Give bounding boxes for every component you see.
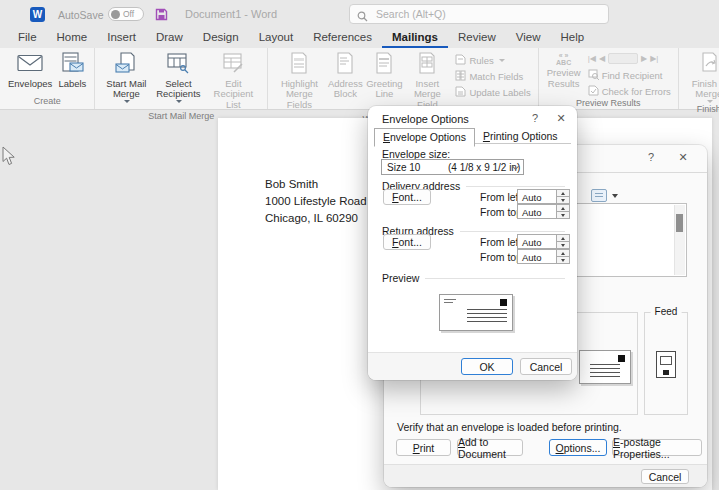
feed-orientation-icon[interactable] — [656, 351, 676, 378]
address-book-icon[interactable] — [591, 189, 607, 202]
dropdown-caret-icon — [124, 100, 130, 103]
previous-record-icon[interactable]: ◀ — [599, 54, 605, 63]
print-button-label: Print — [413, 442, 435, 454]
return-from-left-value: Auto — [518, 235, 556, 248]
dropdown-caret-icon — [707, 100, 713, 103]
save-icon[interactable] — [155, 7, 168, 25]
address-book-caret-icon[interactable] — [612, 194, 618, 198]
group-label-finish: Finish — [682, 104, 719, 117]
ribbon: Envelopes Labels Create Start Mail Mer — [0, 48, 719, 110]
title-bar: W AutoSave Off Document1 - Word — [0, 0, 719, 28]
delivery-from-left-value: Auto — [518, 190, 556, 203]
greeting-line-button[interactable]: Greeting Line — [365, 51, 403, 101]
dialog-title: Envelope Options — [382, 113, 469, 125]
tab-printing-options[interactable]: Printing Options — [475, 128, 566, 147]
tab-draw[interactable]: Draw — [146, 28, 193, 48]
envelope-preview-image — [579, 350, 631, 384]
next-record-icon[interactable]: ▶ — [641, 54, 647, 63]
preview-results-button[interactable]: « »ABC Preview Results — [544, 51, 584, 90]
add-to-document-button[interactable]: Add to Document — [457, 439, 523, 456]
return-font-button[interactable]: Font... — [383, 234, 431, 250]
spinner-down-icon[interactable] — [557, 241, 569, 248]
start-mail-merge-button[interactable]: Start Mail Merge — [100, 51, 152, 104]
envelopes-button[interactable]: Envelopes — [5, 51, 55, 90]
scrollbar-thumb[interactable] — [676, 214, 683, 232]
delivery-from-left-spinner[interactable]: Auto — [517, 189, 570, 204]
dialog-footer: OK Cancel — [368, 352, 577, 380]
options-button[interactable]: Options... — [549, 439, 607, 456]
tab-view[interactable]: View — [506, 28, 551, 48]
tab-file[interactable]: File — [8, 28, 47, 48]
finish-merge-icon — [698, 52, 719, 77]
print-button[interactable]: Print — [396, 439, 451, 456]
return-from-left-spinner[interactable]: Auto — [517, 234, 570, 249]
update-labels-button[interactable]: Update Labels — [455, 86, 530, 99]
tab-insert[interactable]: Insert — [97, 28, 146, 48]
tab-design[interactable]: Design — [193, 28, 249, 48]
stamp-icon — [500, 299, 507, 306]
highlight-merge-fields-button[interactable]: Highlight Merge Fields — [273, 51, 325, 111]
close-icon[interactable]: ✕ — [676, 151, 690, 164]
tab-review[interactable]: Review — [448, 28, 506, 48]
verify-text: Verify that an envelope is loaded before… — [397, 421, 622, 433]
rules-button[interactable]: Rules — [455, 54, 530, 67]
spinner-down-icon[interactable] — [557, 196, 569, 203]
ribbon-group-write-insert-fields: Highlight Merge Fields Address Block Gre… — [268, 48, 538, 109]
add-to-document-label: Add to Document — [458, 436, 522, 460]
autosave-toggle[interactable]: Off — [108, 7, 144, 21]
last-record-icon[interactable]: ▶| — [650, 54, 658, 63]
greeting-line-icon — [374, 52, 394, 77]
search-input[interactable] — [349, 4, 609, 24]
match-fields-button[interactable]: Match Fields — [455, 70, 530, 83]
first-record-icon[interactable]: |◀ — [588, 54, 596, 63]
font-button-label: Font... — [392, 191, 422, 203]
help-icon[interactable]: ? — [528, 112, 542, 124]
select-recipients-icon — [166, 52, 190, 77]
scrollbar[interactable] — [674, 205, 685, 275]
update-labels-icon — [455, 86, 466, 99]
goto-record-field[interactable] — [608, 53, 638, 64]
select-recipients-button[interactable]: Select Recipients — [152, 51, 204, 104]
labels-button[interactable]: Labels — [55, 51, 89, 90]
finish-merge-button[interactable]: Finish & Merge — [684, 51, 719, 104]
check-for-errors-button[interactable]: Check for Errors — [588, 85, 671, 98]
return-from-top-spinner[interactable]: Auto — [517, 249, 570, 264]
preview-results-label: Preview Results — [547, 68, 581, 89]
tab-home[interactable]: Home — [47, 28, 98, 48]
rules-label: Rules — [469, 55, 493, 66]
tab-help[interactable]: Help — [550, 28, 594, 48]
preview-results-icon: « »ABC — [556, 52, 571, 66]
find-recipient-button[interactable]: Find Recipient — [588, 69, 671, 82]
cancel-button[interactable]: Cancel — [520, 358, 572, 375]
tab-references[interactable]: References — [303, 28, 382, 48]
envelope-size-value: Size 10 — [387, 162, 420, 173]
tab-envelope-options[interactable]: Envelope Options — [374, 128, 475, 147]
envelope-preview-image — [439, 294, 513, 331]
edit-recipient-list-label: Edit Recipient List — [207, 79, 259, 111]
cancel-button[interactable]: Cancel — [641, 469, 689, 484]
labels-icon — [59, 52, 85, 77]
delivery-font-button[interactable]: Font... — [383, 189, 431, 205]
tab-layout[interactable]: Layout — [249, 28, 304, 48]
ok-button[interactable]: OK — [461, 358, 513, 375]
help-icon[interactable]: ? — [644, 151, 658, 163]
epostage-properties-button[interactable]: E-postage Properties... — [612, 439, 702, 456]
tab-mailings[interactable]: Mailings — [382, 28, 448, 48]
close-icon[interactable]: ✕ — [554, 112, 568, 125]
word-logo-icon[interactable]: W — [30, 7, 45, 22]
feed-envelope-icon — [660, 356, 672, 365]
envelopes-label: Envelopes — [8, 79, 52, 90]
address-block-button[interactable]: Address Block — [325, 51, 365, 101]
insert-merge-field-button[interactable]: Insert Merge Field — [403, 51, 451, 114]
spinner-down-icon[interactable] — [557, 256, 569, 263]
spinner-down-icon[interactable] — [557, 211, 569, 218]
edit-recipient-list-button[interactable]: Edit Recipient List — [204, 51, 262, 111]
dialog-footer: Cancel — [384, 464, 707, 487]
search-box[interactable] — [349, 4, 609, 24]
match-fields-icon — [455, 70, 466, 83]
address-lines-icon — [590, 364, 620, 380]
check-for-errors-label: Check for Errors — [602, 86, 671, 97]
check-for-errors-icon — [588, 85, 599, 98]
delivery-from-top-spinner[interactable]: Auto — [517, 204, 570, 219]
envelope-size-dropdown[interactable]: Size 10 (4 1/8 x 9 1/2 in) — [381, 159, 524, 175]
